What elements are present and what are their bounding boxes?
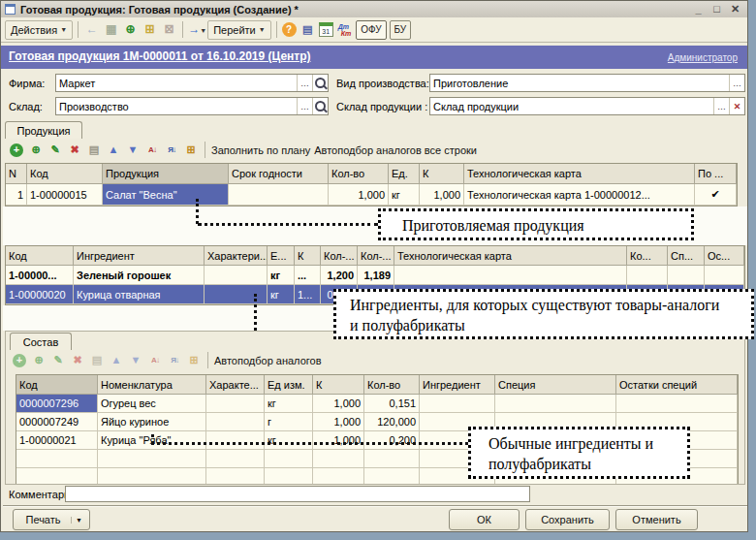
sort-desc-icon[interactable]: Я↓ xyxy=(167,353,182,368)
goto-button[interactable]: Перейти▼ xyxy=(207,20,271,40)
table-cell[interactable]: 0,151 xyxy=(364,395,420,413)
delete-row-icon[interactable]: ✖ xyxy=(70,353,85,368)
table-cell[interactable]: кг xyxy=(265,431,313,450)
empty-cell[interactable] xyxy=(98,468,206,485)
maximize-button[interactable]: □ xyxy=(710,3,723,16)
delete-row-icon[interactable]: ✖ xyxy=(67,143,82,158)
column-header[interactable]: По ... xyxy=(695,164,737,184)
warehouse-select-button[interactable]: … xyxy=(297,98,312,114)
warehouse-lookup-button[interactable] xyxy=(312,98,328,114)
column-header[interactable]: Характери... xyxy=(205,246,268,266)
column-header[interactable]: Кол-во xyxy=(364,375,420,395)
auto-analogs-all-button[interactable]: Автоподбор аналогов все строки xyxy=(314,144,477,156)
print-button[interactable]: Печать▼ xyxy=(13,509,90,530)
minimize-button[interactable]: _ xyxy=(692,3,705,16)
table-cell[interactable]: 1,200 xyxy=(321,266,358,285)
table-cell[interactable]: 1 xyxy=(6,184,27,206)
production-type-select-button[interactable]: … xyxy=(729,75,744,91)
copy-row-icon[interactable]: ⊕ xyxy=(31,353,47,368)
table-cell[interactable]: 0000007249 xyxy=(16,413,98,431)
calendar-icon[interactable]: 31 xyxy=(319,22,333,37)
table-cell[interactable]: Огурец вес xyxy=(98,395,206,413)
table-cell[interactable]: 1,189 xyxy=(358,266,394,285)
table-cell[interactable] xyxy=(420,395,495,413)
table-cell[interactable]: Зеленый горошек xyxy=(74,266,205,285)
sort-asc-icon[interactable]: А↓ xyxy=(144,143,160,158)
empty-cell[interactable] xyxy=(16,468,98,485)
help-icon[interactable]: ? xyxy=(282,22,297,37)
empty-cell[interactable] xyxy=(265,468,313,485)
table-cell[interactable] xyxy=(206,395,265,413)
column-header[interactable]: Ед. xyxy=(389,164,420,184)
close-button[interactable]: ✕ xyxy=(729,3,741,16)
table-cell[interactable]: 1,000 xyxy=(420,184,464,206)
dt-kt-icon[interactable]: ДтКт xyxy=(338,23,352,37)
save-button[interactable]: Сохранить xyxy=(525,509,610,530)
empty-cell[interactable] xyxy=(16,450,98,468)
actions-button[interactable]: Действия▼ xyxy=(5,20,73,40)
ofu-toggle[interactable]: ОФУ xyxy=(356,20,386,40)
empty-cell[interactable] xyxy=(364,450,420,468)
column-header[interactable]: Характе... xyxy=(206,375,265,395)
column-header[interactable]: К xyxy=(420,164,464,184)
add-row-icon[interactable]: + xyxy=(13,354,26,367)
column-header[interactable]: Ингредиент xyxy=(74,246,205,266)
back-icon[interactable]: ← xyxy=(83,21,100,38)
table-cell[interactable] xyxy=(495,395,616,413)
column-header[interactable]: Е... xyxy=(268,246,295,266)
table-cell[interactable]: Технологическая карта 1-00000012... xyxy=(464,184,695,206)
bu-toggle[interactable]: БУ xyxy=(390,20,412,40)
table-cell[interactable] xyxy=(668,266,705,285)
table-cell[interactable]: кг xyxy=(389,184,420,206)
clear-icon[interactable]: ✕ xyxy=(729,98,744,114)
warehouse-input[interactable] xyxy=(56,101,297,112)
table-cell[interactable] xyxy=(206,413,265,431)
preview-icon[interactable]: ▦ xyxy=(103,21,119,38)
add-row-icon[interactable]: + xyxy=(10,143,23,157)
table-cell[interactable]: кг xyxy=(268,285,295,304)
table-cell[interactable]: 1-00000020 xyxy=(6,285,74,304)
cancel-button[interactable]: Отменить xyxy=(615,509,698,530)
empty-cell[interactable] xyxy=(206,468,265,485)
empty-cell[interactable] xyxy=(265,450,313,468)
export-icon[interactable]: →▼ xyxy=(188,21,205,38)
save-grid-icon[interactable]: ▤ xyxy=(89,353,105,368)
column-header[interactable]: Кол-во xyxy=(329,164,389,184)
move-up-icon[interactable]: ▲ xyxy=(109,353,124,368)
table-cell[interactable]: кг xyxy=(265,395,313,413)
edit-row-icon[interactable]: ✎ xyxy=(50,353,66,368)
column-header[interactable]: Специя xyxy=(495,375,616,395)
table-cell[interactable]: 1-00000021 xyxy=(16,431,98,450)
table-cell[interactable] xyxy=(205,266,268,285)
column-header[interactable]: К xyxy=(313,375,364,395)
fill-by-plan-button[interactable]: Заполнить по плану xyxy=(211,144,310,156)
move-up-icon[interactable]: ▲ xyxy=(106,143,121,158)
tab-products[interactable]: Продукция xyxy=(5,121,82,139)
column-header[interactable]: Сп... xyxy=(668,246,705,266)
column-header[interactable]: К xyxy=(295,246,321,266)
firm-input[interactable] xyxy=(56,78,297,89)
new-doc-icon[interactable]: ⊕ xyxy=(122,21,139,38)
table-cell[interactable]: 1-00000... xyxy=(6,266,74,285)
tab-sostav[interactable]: Состав xyxy=(10,333,72,350)
autofill-icon[interactable]: ⊞ xyxy=(183,143,199,158)
document-icon[interactable]: ▤ xyxy=(299,21,316,38)
empty-cell[interactable] xyxy=(313,468,364,485)
move-down-icon[interactable]: ▼ xyxy=(125,143,141,158)
table-cell[interactable]: ✔ xyxy=(695,184,737,206)
table-cell[interactable]: 0,200 xyxy=(364,431,420,450)
column-header[interactable]: Код xyxy=(27,164,103,184)
product-warehouse-select-button[interactable]: … xyxy=(713,98,729,114)
firm-select-button[interactable]: … xyxy=(297,75,312,91)
column-header[interactable]: Технологическая карта xyxy=(464,164,695,184)
table-cell[interactable]: Салат "Весна" xyxy=(103,184,229,206)
column-header[interactable]: Код xyxy=(16,375,98,395)
table-cell[interactable]: 1,000 xyxy=(313,395,364,413)
column-header[interactable]: Ос... xyxy=(705,246,744,266)
table-cell[interactable] xyxy=(616,395,738,413)
copy-row-icon[interactable]: ⊕ xyxy=(28,143,44,158)
table-cell[interactable]: 1-00000015 xyxy=(27,184,103,206)
column-header[interactable]: Остатки специй xyxy=(616,375,738,395)
product-warehouse-input[interactable] xyxy=(430,101,713,112)
table-cell[interactable] xyxy=(229,184,329,206)
